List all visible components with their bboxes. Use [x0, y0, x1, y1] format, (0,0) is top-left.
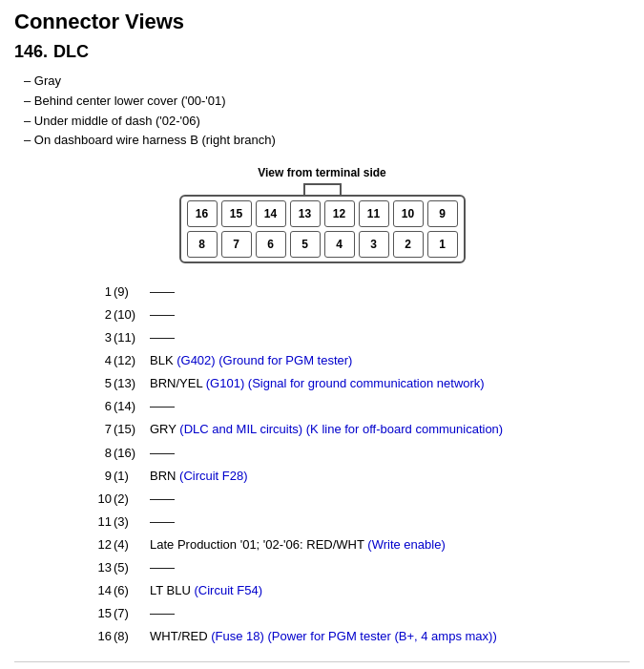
pin-14: 14: [256, 200, 286, 227]
pin-16: 16: [187, 200, 218, 227]
pin-row-11: 11 (3) ——: [91, 511, 630, 533]
pin-12: 12: [324, 200, 355, 227]
pin-row-5: 5 (13) BRN/YEL (G101) (Signal for ground…: [91, 372, 630, 395]
pin-13: 13: [290, 200, 321, 227]
subtitle-block: – Gray – Behind center lower cover ('00-…: [24, 72, 630, 151]
connector-diagram: View from terminal side 16 15 14 13 12 1…: [14, 166, 630, 263]
pin-row-16: 16 (8) WHT/RED (Fuse 18) (Power for PGM …: [91, 625, 630, 648]
pin-row-8: 8 (16) ——: [91, 442, 630, 465]
connector-wrap: 16 15 14 13 12 11 10 9 8 7 6 5 4 3 2 1: [179, 183, 466, 263]
pin-2: 2: [393, 231, 424, 258]
pin-6: 6: [256, 231, 286, 258]
pin-row-4: 4 (12) BLK (G402) (Ground for PGM tester…: [91, 349, 630, 372]
pin-row-6: 6 (14) ——: [91, 395, 630, 418]
pin-1: 1: [427, 231, 458, 258]
subtitle-line-1: – Gray: [24, 72, 630, 92]
connector-name: DLC: [53, 42, 89, 62]
connector-row-top: 16 15 14 13 12 11 10 9: [187, 200, 458, 227]
pin-9: 9: [427, 200, 458, 227]
pin-row-7: 7 (15) GRY (DLC and MIL circuits) (K lin…: [91, 418, 630, 441]
pin-row-15: 15 (7) ——: [91, 602, 630, 625]
subtitle-line-4: – On dashboard wire harness B (right bra…: [24, 131, 630, 151]
subtitle-line-3: – Under middle of dash ('02-'06): [24, 112, 630, 132]
subtitle-line-2: – Behind center lower cover ('00-'01): [24, 92, 630, 112]
pin-5: 5: [290, 231, 321, 258]
pin-row-2: 2 (10) ——: [91, 303, 630, 326]
page-title: Connector Views: [14, 10, 630, 34]
pin-row-1: 1 (9) ——: [91, 281, 630, 303]
pin-row-13: 13 (5) ——: [91, 556, 630, 579]
pin-row-3: 3 (11) ——: [91, 326, 630, 349]
notes-block: ( ) = Non-SAE terminal number used in se…: [14, 661, 630, 669]
pin-3: 3: [359, 231, 389, 258]
pin-7: 7: [221, 231, 252, 258]
connector-number: 146.: [14, 42, 48, 62]
connector-row-bottom: 8 7 6 5 4 3 2 1: [187, 231, 458, 258]
view-label: View from terminal side: [14, 166, 630, 179]
pin-15: 15: [221, 200, 252, 227]
pin-11: 11: [359, 200, 389, 227]
pin-row-9: 9 (1) BRN (Circuit F28): [91, 465, 630, 488]
pin-row-14: 14 (6) LT BLU (Circuit F54): [91, 579, 630, 602]
connector-tab: [303, 183, 342, 195]
connector-body: 16 15 14 13 12 11 10 9 8 7 6 5 4 3 2 1: [179, 195, 466, 263]
pin-10: 10: [393, 200, 424, 227]
pin-row-10: 10 (2) ——: [91, 488, 630, 511]
pin-row-12: 12 (4) Late Production '01; '02-'06: RED…: [91, 533, 630, 556]
pin-4: 4: [324, 231, 355, 258]
pin-8: 8: [187, 231, 218, 258]
pin-list: 1 (9) —— 2 (10) —— 3 (11) —— 4 (12) BLK …: [91, 281, 630, 648]
